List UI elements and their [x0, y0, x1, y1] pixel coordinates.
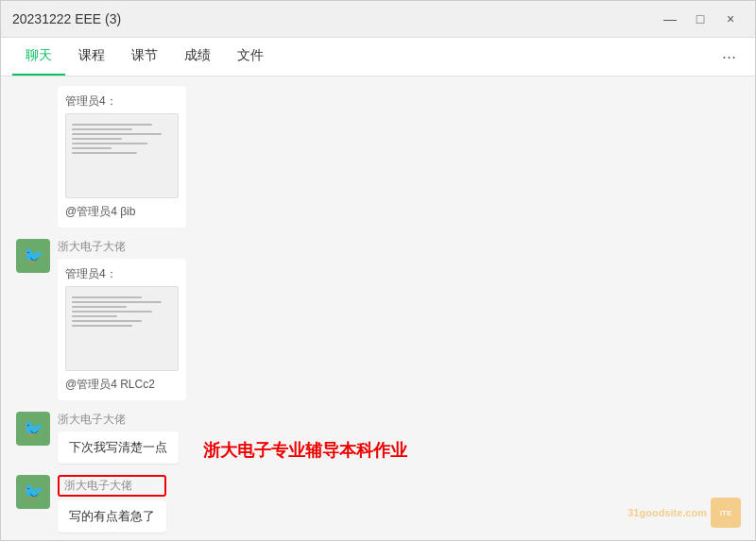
doc-line [72, 124, 152, 126]
nav-bar: 聊天 课程 课节 成绩 文件 ··· [1, 38, 755, 76]
title-bar: 20231222 EEE (3) — □ × [1, 1, 755, 38]
message-content: 浙大电子大佬 下次我写清楚一点 浙大电子专业辅导本科作业 [58, 412, 407, 464]
title-bar-left: 20231222 EEE (3) [12, 11, 121, 26]
title-bar-controls: — □ × [657, 8, 744, 29]
doc-line [72, 138, 122, 140]
doc-line [72, 296, 142, 298]
nav-more-button[interactable]: ··· [714, 43, 744, 71]
tab-file[interactable]: 文件 [224, 38, 277, 76]
doc-line [72, 315, 117, 317]
chat-bubble: 下次我写清楚一点 [58, 431, 179, 464]
doc-label: 管理员4： [65, 93, 179, 110]
doc-line [72, 306, 127, 308]
doc-line [72, 311, 152, 313]
close-button[interactable]: × [717, 8, 744, 29]
doc-lines [72, 124, 172, 154]
chat-area: 管理员4： @管理员4 βib [1, 76, 755, 540]
doc-line [72, 133, 162, 135]
maximize-button[interactable]: □ [687, 8, 713, 29]
doc-caption: @管理员4 RLCc2 [65, 377, 179, 393]
doc-lines [72, 296, 172, 327]
message-group: 管理员4： @管理员4 βib [16, 86, 740, 228]
chat-bubble: 写的有点着急了 [58, 500, 166, 533]
doc-bubble: 管理员4： @管理员4 βib [58, 86, 186, 228]
doc-caption: @管理员4 βib [65, 204, 179, 220]
sender-name: 浙大电子大佬 [58, 412, 407, 428]
watermark: 31goodsite.com iTE [627, 498, 741, 528]
ad-text: 浙大电子专业辅导本科作业 [194, 433, 407, 462]
minimize-button[interactable]: — [657, 8, 683, 29]
doc-line [72, 152, 137, 154]
doc-line [72, 301, 162, 303]
watermark-logo: iTE [711, 498, 741, 528]
watermark-site: 31goodsite.com [627, 507, 707, 518]
doc-bubble: 管理员4： @管理员4 RLCc2 [58, 259, 186, 400]
tab-chat[interactable]: 聊天 [12, 38, 65, 76]
message-row: 下次我写清楚一点 浙大电子专业辅导本科作业 [58, 431, 407, 464]
tab-grade[interactable]: 成绩 [171, 38, 224, 76]
window-title: 20231222 EEE (3) [12, 11, 121, 26]
message-content: 浙大电子大佬 管理员4： @管理员4 [58, 239, 186, 400]
doc-line [72, 320, 142, 322]
doc-preview [65, 113, 179, 198]
avatar-bird: 🐦 [16, 239, 50, 273]
tab-lesson[interactable]: 课节 [118, 38, 171, 76]
avatar-bird: 🐦 [16, 412, 50, 446]
message-group: 🐦 浙大电子大佬 下次我写清楚一点 浙大电子专业辅导本科作业 [16, 412, 740, 464]
watermark-logo-text: iTE [720, 509, 731, 517]
message-content: 管理员4： @管理员4 βib [58, 86, 186, 228]
message-content: 浙大电子大佬 写的有点着急了 [58, 475, 166, 533]
doc-line [72, 128, 132, 130]
doc-line [72, 325, 132, 327]
message-group: 🐦 浙大电子大佬 管理员4： [16, 239, 740, 400]
tab-course[interactable]: 课程 [65, 38, 118, 76]
sender-name: 浙大电子大佬 [58, 239, 186, 255]
main-window: 20231222 EEE (3) — □ × 聊天 课程 课节 成绩 文件 ··… [0, 0, 756, 541]
doc-line [72, 143, 147, 144]
doc-label: 管理员4： [65, 266, 179, 282]
avatar-bird: 🐦 [16, 475, 50, 509]
doc-preview [65, 286, 179, 371]
sender-name-highlighted: 浙大电子大佬 [58, 475, 166, 497]
doc-line [72, 147, 112, 149]
avatar-placeholder [16, 86, 50, 120]
